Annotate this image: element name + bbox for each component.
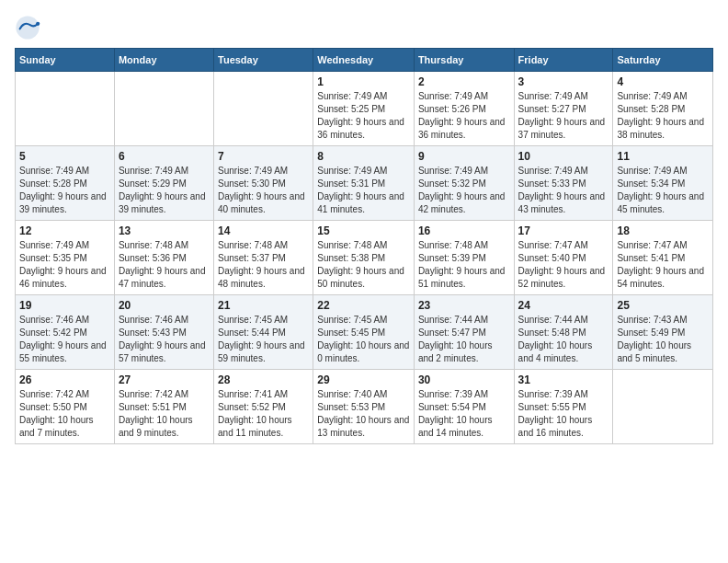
- calendar-cell: 13Sunrise: 7:48 AM Sunset: 5:36 PM Dayli…: [114, 221, 213, 295]
- day-number: 13: [119, 224, 210, 237]
- day-number: 19: [19, 299, 110, 312]
- day-number: 25: [617, 299, 709, 312]
- calendar-cell: 22Sunrise: 7:45 AM Sunset: 5:45 PM Dayli…: [313, 295, 415, 370]
- calendar-cell: 7Sunrise: 7:49 AM Sunset: 5:30 PM Daylig…: [214, 146, 313, 221]
- day-info: Sunrise: 7:40 AM Sunset: 5:53 PM Dayligh…: [317, 388, 410, 440]
- day-number: 22: [317, 299, 410, 312]
- day-number: 16: [418, 224, 510, 237]
- day-info: Sunrise: 7:49 AM Sunset: 5:35 PM Dayligh…: [19, 239, 110, 291]
- day-info: Sunrise: 7:49 AM Sunset: 5:28 PM Dayligh…: [617, 90, 709, 142]
- day-info: Sunrise: 7:39 AM Sunset: 5:55 PM Dayligh…: [518, 388, 609, 440]
- day-info: Sunrise: 7:39 AM Sunset: 5:54 PM Dayligh…: [418, 388, 510, 440]
- day-info: Sunrise: 7:45 AM Sunset: 5:44 PM Dayligh…: [218, 314, 309, 365]
- calendar-cell: [214, 72, 313, 146]
- day-number: 18: [617, 224, 709, 237]
- column-header-thursday: Thursday: [414, 49, 514, 72]
- calendar-week-row: 26Sunrise: 7:42 AM Sunset: 5:50 PM Dayli…: [16, 370, 713, 444]
- calendar-cell: 25Sunrise: 7:43 AM Sunset: 5:49 PM Dayli…: [613, 295, 713, 370]
- calendar-table: SundayMondayTuesdayWednesdayThursdayFrid…: [15, 48, 713, 444]
- day-info: Sunrise: 7:48 AM Sunset: 5:36 PM Dayligh…: [119, 239, 210, 291]
- calendar-cell: 5Sunrise: 7:49 AM Sunset: 5:28 PM Daylig…: [16, 146, 115, 221]
- calendar-cell: 20Sunrise: 7:46 AM Sunset: 5:43 PM Dayli…: [114, 295, 213, 370]
- day-number: 7: [218, 150, 309, 163]
- day-number: 3: [518, 75, 609, 88]
- calendar-cell: 30Sunrise: 7:39 AM Sunset: 5:54 PM Dayli…: [414, 370, 514, 444]
- day-number: 27: [119, 373, 210, 386]
- day-info: Sunrise: 7:41 AM Sunset: 5:52 PM Dayligh…: [218, 388, 309, 440]
- calendar-cell: 9Sunrise: 7:49 AM Sunset: 5:32 PM Daylig…: [414, 146, 514, 221]
- logo-icon: [15, 15, 40, 40]
- day-info: Sunrise: 7:47 AM Sunset: 5:40 PM Dayligh…: [518, 239, 609, 291]
- calendar-cell: 12Sunrise: 7:49 AM Sunset: 5:35 PM Dayli…: [16, 221, 115, 295]
- day-number: 24: [518, 299, 609, 312]
- calendar-cell: 4Sunrise: 7:49 AM Sunset: 5:28 PM Daylig…: [613, 72, 713, 146]
- column-header-sunday: Sunday: [16, 49, 115, 72]
- calendar-week-row: 12Sunrise: 7:49 AM Sunset: 5:35 PM Dayli…: [16, 221, 713, 295]
- day-info: Sunrise: 7:49 AM Sunset: 5:34 PM Dayligh…: [617, 165, 709, 216]
- day-info: Sunrise: 7:48 AM Sunset: 5:37 PM Dayligh…: [218, 239, 309, 291]
- calendar-cell: 16Sunrise: 7:48 AM Sunset: 5:39 PM Dayli…: [414, 221, 514, 295]
- logo: [15, 15, 44, 40]
- day-number: 26: [19, 373, 110, 386]
- day-info: Sunrise: 7:48 AM Sunset: 5:39 PM Dayligh…: [418, 239, 510, 291]
- day-info: Sunrise: 7:48 AM Sunset: 5:38 PM Dayligh…: [317, 239, 410, 291]
- calendar-cell: 8Sunrise: 7:49 AM Sunset: 5:31 PM Daylig…: [313, 146, 415, 221]
- calendar-cell: [613, 370, 713, 444]
- day-number: 30: [418, 373, 510, 386]
- calendar-cell: 21Sunrise: 7:45 AM Sunset: 5:44 PM Dayli…: [214, 295, 313, 370]
- day-number: 17: [518, 224, 609, 237]
- calendar-week-row: 1Sunrise: 7:49 AM Sunset: 5:25 PM Daylig…: [16, 72, 713, 146]
- day-info: Sunrise: 7:49 AM Sunset: 5:25 PM Dayligh…: [317, 90, 410, 142]
- svg-point-1: [36, 22, 40, 26]
- calendar-cell: 2Sunrise: 7:49 AM Sunset: 5:26 PM Daylig…: [414, 72, 514, 146]
- calendar-cell: 23Sunrise: 7:44 AM Sunset: 5:47 PM Dayli…: [414, 295, 514, 370]
- day-info: Sunrise: 7:49 AM Sunset: 5:31 PM Dayligh…: [317, 165, 410, 216]
- calendar-cell: [16, 72, 115, 146]
- day-info: Sunrise: 7:49 AM Sunset: 5:28 PM Dayligh…: [19, 165, 110, 216]
- calendar-week-row: 19Sunrise: 7:46 AM Sunset: 5:42 PM Dayli…: [16, 295, 713, 370]
- column-header-wednesday: Wednesday: [313, 49, 415, 72]
- calendar-cell: 3Sunrise: 7:49 AM Sunset: 5:27 PM Daylig…: [514, 72, 613, 146]
- day-number: 31: [518, 373, 609, 386]
- calendar-cell: 29Sunrise: 7:40 AM Sunset: 5:53 PM Dayli…: [313, 370, 415, 444]
- column-header-tuesday: Tuesday: [214, 49, 313, 72]
- day-number: 28: [218, 373, 309, 386]
- day-number: 4: [617, 75, 709, 88]
- day-number: 23: [418, 299, 510, 312]
- calendar-cell: 28Sunrise: 7:41 AM Sunset: 5:52 PM Dayli…: [214, 370, 313, 444]
- day-number: 1: [317, 75, 410, 88]
- day-info: Sunrise: 7:49 AM Sunset: 5:33 PM Dayligh…: [518, 165, 609, 216]
- day-info: Sunrise: 7:46 AM Sunset: 5:42 PM Dayligh…: [19, 314, 110, 365]
- calendar-cell: 26Sunrise: 7:42 AM Sunset: 5:50 PM Dayli…: [16, 370, 115, 444]
- day-number: 6: [119, 150, 210, 163]
- calendar-cell: 17Sunrise: 7:47 AM Sunset: 5:40 PM Dayli…: [514, 221, 613, 295]
- page-header: [15, 15, 713, 40]
- column-header-friday: Friday: [514, 49, 613, 72]
- day-number: 10: [518, 150, 609, 163]
- day-number: 2: [418, 75, 510, 88]
- day-number: 29: [317, 373, 410, 386]
- day-number: 21: [218, 299, 309, 312]
- calendar-cell: 1Sunrise: 7:49 AM Sunset: 5:25 PM Daylig…: [313, 72, 415, 146]
- day-info: Sunrise: 7:42 AM Sunset: 5:51 PM Dayligh…: [119, 388, 210, 440]
- day-info: Sunrise: 7:44 AM Sunset: 5:47 PM Dayligh…: [418, 314, 510, 365]
- calendar-cell: 14Sunrise: 7:48 AM Sunset: 5:37 PM Dayli…: [214, 221, 313, 295]
- day-info: Sunrise: 7:49 AM Sunset: 5:32 PM Dayligh…: [418, 165, 510, 216]
- day-info: Sunrise: 7:49 AM Sunset: 5:27 PM Dayligh…: [518, 90, 609, 142]
- calendar-cell: 27Sunrise: 7:42 AM Sunset: 5:51 PM Dayli…: [114, 370, 213, 444]
- calendar-cell: 11Sunrise: 7:49 AM Sunset: 5:34 PM Dayli…: [613, 146, 713, 221]
- day-number: 12: [19, 224, 110, 237]
- day-number: 9: [418, 150, 510, 163]
- day-info: Sunrise: 7:49 AM Sunset: 5:30 PM Dayligh…: [218, 165, 309, 216]
- day-info: Sunrise: 7:49 AM Sunset: 5:29 PM Dayligh…: [119, 165, 210, 216]
- day-number: 11: [617, 150, 709, 163]
- day-number: 15: [317, 224, 410, 237]
- calendar-cell: [114, 72, 213, 146]
- calendar-cell: 24Sunrise: 7:44 AM Sunset: 5:48 PM Dayli…: [514, 295, 613, 370]
- day-number: 14: [218, 224, 309, 237]
- calendar-cell: 10Sunrise: 7:49 AM Sunset: 5:33 PM Dayli…: [514, 146, 613, 221]
- day-info: Sunrise: 7:49 AM Sunset: 5:26 PM Dayligh…: [418, 90, 510, 142]
- calendar-cell: 6Sunrise: 7:49 AM Sunset: 5:29 PM Daylig…: [114, 146, 213, 221]
- column-header-saturday: Saturday: [613, 49, 713, 72]
- day-info: Sunrise: 7:45 AM Sunset: 5:45 PM Dayligh…: [317, 314, 410, 365]
